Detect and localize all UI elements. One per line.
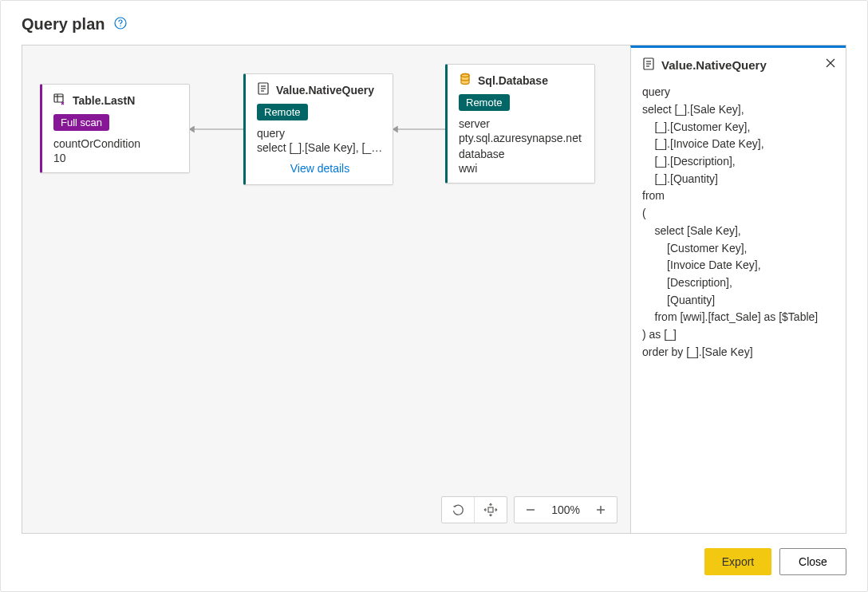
view-details-link[interactable]: View details [257, 162, 383, 175]
plan-canvas[interactable]: Table.LastN Full scan countOrCondition 1… [22, 45, 630, 533]
page-title: Query plan [22, 15, 105, 34]
export-button[interactable]: Export [704, 548, 771, 575]
node-native-query[interactable]: Value.NativeQuery Remote query select [_… [243, 73, 393, 185]
param-label: countOrCondition [53, 137, 180, 150]
zoom-level: 100% [546, 503, 585, 516]
database-icon [459, 73, 471, 88]
fullscan-badge: Full scan [53, 114, 109, 131]
svg-rect-4 [54, 94, 63, 102]
script-icon [257, 82, 270, 97]
close-button[interactable]: Close [779, 548, 846, 575]
script-icon [642, 57, 655, 73]
svg-rect-13 [488, 507, 493, 512]
remote-badge: Remote [459, 94, 510, 111]
panel-param-label: query [642, 85, 833, 98]
svg-point-1 [120, 26, 121, 26]
param-value: wwi [459, 162, 585, 175]
remote-badge: Remote [257, 104, 308, 120]
details-panel: Value.NativeQuery query select [_].[Sale… [630, 45, 846, 533]
node-title: Sql.Database [478, 74, 548, 87]
node-sql-database[interactable]: Sql.Database Remote server pty.sql.azure… [445, 64, 595, 184]
zoom-out-button[interactable] [515, 497, 546, 523]
node-title: Value.NativeQuery [276, 84, 374, 97]
param-value: select [_].[Sale Key], [_].... [257, 141, 383, 154]
panel-query-text: select [_].[Sale Key], [_].[Customer Key… [642, 101, 833, 361]
help-icon[interactable] [114, 17, 127, 32]
node-title: Table.LastN [73, 94, 135, 107]
param-value: pty.sql.azuresynapse.net [459, 132, 585, 144]
fit-button[interactable] [475, 497, 507, 523]
param-value: 10 [53, 152, 180, 164]
panel-title: Value.NativeQuery [661, 58, 767, 72]
reset-button[interactable] [442, 497, 474, 523]
param-label: database [459, 148, 585, 160]
table-icon [53, 93, 66, 108]
node-table-lastn[interactable]: Table.LastN Full scan countOrCondition 1… [40, 84, 190, 173]
param-label: query [257, 127, 383, 140]
close-panel-button[interactable] [825, 57, 838, 70]
param-label: server [459, 117, 585, 130]
zoom-in-button[interactable] [585, 497, 617, 523]
